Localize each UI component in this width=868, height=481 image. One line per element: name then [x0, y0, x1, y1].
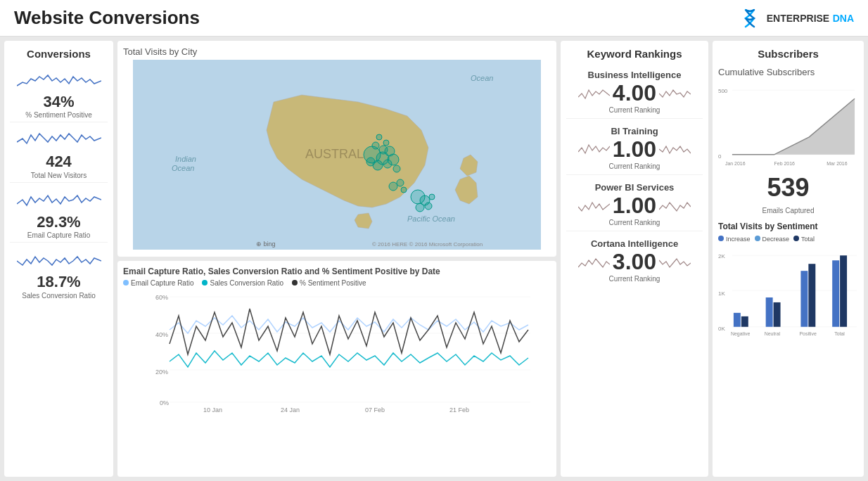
svg-rect-59: [808, 264, 815, 327]
line-chart-title: Email Capture Ratio, Sales Conversion Ra…: [123, 267, 551, 276]
bar-legend: Increase Decrease Total: [718, 236, 858, 243]
kw-cortana-title: Cortana Intelligence: [591, 238, 678, 249]
metric-label-2: Total New Visitors: [31, 172, 87, 179]
kw-sparkline-3b: [659, 195, 691, 217]
kw-training-label: Current Ranking: [609, 162, 660, 170]
legend-sales: Sales Conversion Ratio: [202, 279, 283, 287]
bar-legend-total: Total: [793, 236, 815, 243]
svg-text:© 2016 HERE  © 2016 Microsoft : © 2016 HERE © 2016 Microsoft Corporation: [372, 241, 483, 248]
metric-value-3: 29.3%: [37, 213, 80, 231]
svg-point-25: [429, 194, 435, 200]
map-title: Total Visits by City: [123, 46, 551, 57]
svg-point-17: [376, 134, 382, 140]
conversions-panel: Conversions 34% % Sentiment Positive: [4, 41, 113, 477]
svg-text:Mar 2016: Mar 2016: [826, 161, 848, 166]
kw-powerbi-title: Power BI Services: [595, 182, 675, 193]
kw-cortana-label: Current Ranking: [609, 275, 660, 283]
subscribers-panel: Subscribers Cumulative Subscribers 500 0…: [713, 41, 864, 477]
kw-bi-label: Current Ranking: [609, 106, 660, 114]
map-svg: Ocean Indian Ocean Pacific Ocean: [123, 60, 551, 250]
svg-text:Ocean: Ocean: [172, 164, 194, 172]
cumulative-svg: 500 0 Jan 2016 Feb 2016 Mar 2016: [718, 84, 858, 169]
bar-chart-area: 2K 1K 0K: [718, 250, 858, 470]
svg-point-24: [425, 203, 432, 210]
svg-rect-54: [734, 313, 741, 327]
svg-text:500: 500: [718, 88, 728, 94]
kw-training: BI Training 1.00 Current Ranking: [566, 122, 703, 175]
page-title: Website Conversions: [14, 7, 200, 29]
svg-rect-55: [741, 316, 748, 327]
kw-sparkline-4: [578, 252, 610, 273]
kw-training-value: 1.00: [613, 136, 656, 162]
svg-text:AUSTRAL: AUSTRAL: [305, 147, 364, 161]
svg-text:2K: 2K: [718, 253, 725, 259]
sparkline-1: [17, 68, 101, 93]
svg-text:0%: 0%: [160, 399, 169, 406]
metric-label-3: Email Capture Ratio: [27, 231, 90, 239]
svg-text:⊕ bing: ⊕ bing: [256, 240, 276, 248]
svg-text:07 Feb: 07 Feb: [365, 406, 385, 413]
center-panel: Total Visits by City Ocean Indian Ocean …: [117, 41, 556, 477]
svg-text:Ocean: Ocean: [471, 74, 493, 82]
metric-label-1: % Sentiment Positive: [25, 111, 92, 119]
sparkline-2: [17, 128, 101, 153]
svg-point-13: [385, 146, 395, 156]
kw-powerbi-label: Current Ranking: [609, 219, 660, 226]
cumulative-chart: 500 0 Jan 2016 Feb 2016 Mar 2016: [718, 84, 858, 169]
kw-training-row: 1.00: [578, 136, 691, 162]
svg-text:Total: Total: [834, 331, 845, 336]
kw-bi: Business Intelligence 4.00 Current Ranki…: [566, 65, 703, 119]
legend-email: Email Capture Ratio: [123, 279, 193, 287]
svg-point-12: [372, 142, 379, 149]
logo-dna: DNA: [833, 13, 854, 24]
svg-text:Indian: Indian: [175, 155, 196, 163]
kw-sparkline-1: [578, 83, 610, 104]
line-chart-svg: 60% 40% 20% 0% 10 Jan 24 Jan 07 Feb 21 F…: [123, 291, 551, 414]
metric-sales: 18.7% Sales Conversion Ratio: [10, 245, 108, 302]
svg-text:Positive: Positive: [799, 331, 816, 336]
kw-sparkline-1b: [659, 83, 691, 104]
svg-rect-57: [774, 302, 781, 327]
svg-point-18: [397, 179, 404, 186]
line-chart-card: Email Capture Ratio, Sales Conversion Ra…: [117, 261, 556, 477]
svg-text:Negative: Negative: [731, 331, 751, 337]
metric-email: 29.3% Email Capture Ratio: [10, 186, 108, 243]
kw-cortana: Cortana Intelligence 3.00 Current Rankin…: [566, 234, 703, 287]
metric-label-4: Sales Conversion Ratio: [22, 292, 96, 300]
kw-cortana-value: 3.00: [613, 249, 656, 275]
svg-text:Feb 2016: Feb 2016: [774, 161, 796, 166]
svg-rect-60: [832, 260, 839, 327]
chart-legend: Email Capture Ratio Sales Conversion Rat…: [123, 279, 551, 287]
svg-text:60%: 60%: [155, 294, 168, 301]
bar-chart-svg: 2K 1K 0K: [718, 250, 858, 341]
visits-sentiment-title: Total Visits by Sentiment: [718, 222, 858, 231]
header: Website Conversions ENTERPRISE DNA: [0, 0, 868, 37]
kw-cortana-row: 3.00: [578, 249, 691, 275]
svg-rect-58: [800, 271, 808, 327]
logo-text: ENTERPRISE DNA: [767, 12, 854, 25]
kw-powerbi-value: 1.00: [613, 193, 656, 219]
legend-sentiment: % Sentiment Positive: [292, 279, 366, 287]
metric-value-4: 18.7%: [37, 273, 80, 291]
svg-marker-44: [732, 98, 855, 155]
subscribers-title: Subscribers: [718, 48, 858, 60]
bar-legend-decrease: Decrease: [755, 236, 790, 243]
map-card: Total Visits by City Ocean Indian Ocean …: [117, 41, 556, 257]
metric-value-1: 34%: [43, 93, 74, 111]
kw-powerbi: Power BI Services 1.00 Current Ranking: [566, 178, 703, 231]
svg-text:10 Jan: 10 Jan: [203, 406, 222, 413]
svg-text:1K: 1K: [718, 290, 725, 297]
emails-label: Emails Captured: [718, 207, 858, 214]
kw-bi-title: Business Intelligence: [588, 70, 682, 80]
kw-sparkline-4b: [659, 252, 691, 273]
svg-rect-56: [766, 297, 773, 327]
kw-powerbi-row: 1.00: [578, 193, 691, 219]
svg-text:21 Feb: 21 Feb: [449, 406, 469, 413]
svg-point-15: [366, 158, 375, 166]
kw-bi-row: 4.00: [578, 80, 691, 106]
map-area: Ocean Indian Ocean Pacific Ocean: [123, 60, 551, 250]
kw-sparkline-2: [578, 139, 610, 160]
svg-point-14: [393, 165, 400, 172]
logo-enterprise: ENTERPRISE: [767, 13, 829, 24]
svg-text:Pacific Ocean: Pacific Ocean: [407, 214, 455, 223]
